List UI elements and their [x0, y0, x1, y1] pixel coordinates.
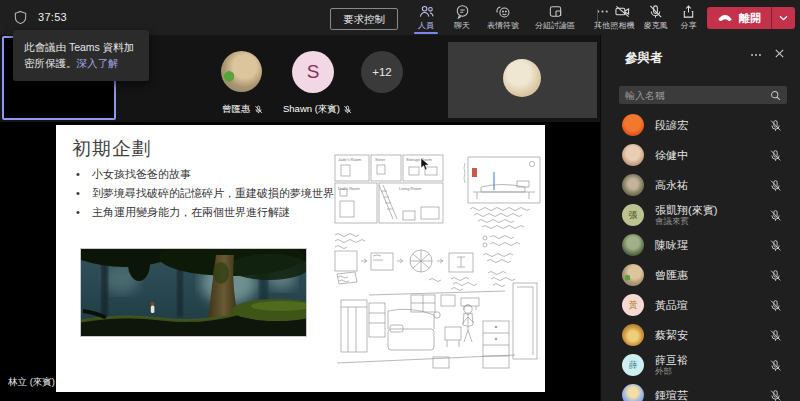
- video-tile[interactable]: [448, 42, 597, 118]
- participant-row[interactable]: 蔡絜安: [601, 320, 800, 350]
- sketch-drawing: Jade's Room Sister Storage Room Dad's Ro…: [333, 143, 543, 388]
- share-label: 分享: [681, 20, 697, 31]
- participant-row[interactable]: 鍾瑄芸: [601, 380, 800, 401]
- leave-options-button[interactable]: [772, 7, 795, 29]
- video-content: [503, 59, 541, 97]
- panel-close-icon[interactable]: [773, 47, 786, 60]
- participant-text: 鍾瑄芸: [655, 389, 769, 401]
- mic-muted-icon: [254, 105, 263, 114]
- participant-row[interactable]: 高永祐: [601, 170, 800, 200]
- tile-name-tag: 曾匯惠: [222, 103, 263, 116]
- search-input[interactable]: [625, 90, 770, 101]
- participant-name: 鍾瑄芸: [655, 389, 769, 401]
- mic-muted-icon: [343, 105, 352, 114]
- toolbar-divider: [597, 9, 598, 27]
- hangup-icon: [717, 14, 733, 22]
- teams-meeting-window: 37:53 要求控制 人員 聊天: [0, 0, 800, 401]
- avatar-initial-letter: S: [307, 61, 320, 83]
- tab-people[interactable]: 人員: [408, 0, 444, 35]
- avatar-initial[interactable]: S: [292, 51, 334, 93]
- mic-muted-icon: [769, 149, 782, 162]
- participant-row[interactable]: 徐健中: [601, 140, 800, 170]
- tab-chat-label: 聊天: [454, 20, 470, 31]
- camera-off-icon: [614, 4, 631, 19]
- mic-off-icon: [648, 4, 663, 19]
- participant-text: 高永祐: [655, 179, 769, 191]
- chevron-down-icon: [779, 15, 788, 21]
- tab-reactions-label: 表情符號: [487, 20, 519, 31]
- mic-muted-icon: [769, 209, 782, 222]
- participant-avatar: [622, 264, 644, 286]
- participant-avatar: [622, 174, 644, 196]
- participant-text: 段諺宏: [655, 119, 769, 131]
- mic-label: 麥克風: [644, 20, 668, 31]
- search-icon: [770, 90, 781, 101]
- participant-name: 薛亘裕: [655, 354, 769, 366]
- tab-people-label: 人員: [418, 20, 434, 31]
- participant-row[interactable]: 曾匯惠: [601, 260, 800, 290]
- participant-row[interactable]: 黃黃品瑄: [601, 290, 800, 320]
- encryption-shield-icon: [13, 10, 28, 25]
- participant-list: 段諺宏徐健中高永祐張張凱翔(來賓)會議來賓陳咏瑆曾匯惠黃黃品瑄蔡絜安薛薛亘裕外部…: [601, 110, 800, 401]
- participant-name: 黃品瑄: [655, 299, 769, 311]
- device-controls: 照相機 麥克風 分享: [606, 0, 705, 35]
- presenter-name-label: 林立 (來賓): [8, 376, 55, 389]
- participant-text: 蔡絜安: [655, 329, 769, 341]
- tile-name: 曾匯惠: [222, 103, 251, 116]
- presentation-slide: 初期企劃 •小女孩找爸爸的故事 •到夢境尋找破碎的記憶碎片，重建破損的夢境世界 …: [56, 125, 545, 392]
- bullet-item: •小女孩找爸爸的故事: [76, 167, 338, 182]
- mic-muted-icon: [769, 179, 782, 192]
- emoji-icon: [495, 4, 511, 19]
- participants-title: 參與者: [625, 50, 663, 67]
- learn-more-link[interactable]: 深入了解: [77, 57, 119, 69]
- people-icon: [418, 4, 435, 19]
- meeting-tab-bar: 人員 聊天 表情符號: [408, 0, 620, 35]
- participant-name: 蔡絜安: [655, 329, 769, 341]
- tab-breakout-rooms[interactable]: 分組討論區: [526, 0, 584, 35]
- participant-role-label: 外部: [655, 366, 769, 376]
- participant-avatar: [622, 324, 644, 346]
- sketch-room-label: Jade's Room: [338, 157, 362, 162]
- overflow-count-badge[interactable]: +12: [361, 51, 403, 93]
- participants-panel: 參與者 段諺宏徐健中高永祐張張凱翔(來賓)會議來賓陳咏瑆曾匯惠黃黃品瑄蔡絜安薛薛…: [600, 35, 800, 401]
- participant-row[interactable]: 張張凱翔(來賓)會議來賓: [601, 200, 800, 230]
- tab-breakout-rooms-label: 分組討論區: [535, 20, 575, 31]
- participant-name: 陳咏瑆: [655, 239, 769, 251]
- participant-text: 曾匯惠: [655, 269, 769, 281]
- camera-toggle[interactable]: 照相機: [606, 0, 639, 35]
- slide-title: 初期企劃: [72, 136, 152, 162]
- share-icon: [681, 4, 696, 19]
- leave-button[interactable]: 離開: [707, 7, 771, 29]
- mic-muted-icon: [769, 389, 782, 401]
- participant-text: 黃品瑄: [655, 299, 769, 311]
- encryption-notice-tooltip: 此會議由 Teams 資料加密所保護。深入了解: [13, 30, 149, 81]
- mic-toggle[interactable]: 麥克風: [639, 0, 672, 35]
- participant-text: 陳咏瑆: [655, 239, 769, 251]
- share-button[interactable]: 分享: [672, 0, 705, 35]
- panel-more-icon[interactable]: [749, 48, 763, 62]
- participant-row[interactable]: 薛薛亘裕外部: [601, 350, 800, 380]
- participant-search[interactable]: [619, 86, 787, 104]
- participant-name: 段諺宏: [655, 119, 769, 131]
- request-control-button[interactable]: 要求控制: [330, 8, 398, 30]
- tab-chat[interactable]: 聊天: [444, 0, 480, 35]
- participant-row[interactable]: 陳咏瑆: [601, 230, 800, 260]
- leave-label: 離開: [739, 11, 761, 26]
- participant-avatar: [622, 234, 644, 256]
- slide-bullets: •小女孩找爸爸的故事 •到夢境尋找破碎的記憶碎片，重建破損的夢境世界 •主角運用…: [76, 167, 338, 224]
- avatar[interactable]: [221, 51, 262, 92]
- tab-reactions[interactable]: 表情符號: [480, 0, 526, 35]
- participant-avatar: [622, 114, 644, 136]
- participant-avatar-initial: 黃: [622, 294, 644, 316]
- bullet-item: •主角運用變身能力，在兩個世界進行解謎: [76, 205, 338, 220]
- participant-text: 張凱翔(來賓)會議來賓: [655, 204, 769, 226]
- sketch-room-label: Dad's Room: [338, 186, 361, 191]
- tile-name: Shawn (來賓): [283, 103, 340, 116]
- mic-muted-icon: [769, 299, 782, 312]
- bullet-dot: •: [76, 186, 82, 201]
- mic-muted-icon: [769, 329, 782, 342]
- shared-screen-stage: 初期企劃 •小女孩找爸爸的故事 •到夢境尋找破碎的記憶碎片，重建破損的夢境世界 …: [0, 122, 600, 401]
- bullet-dot: •: [76, 205, 82, 220]
- chat-icon: [455, 4, 470, 19]
- participant-row[interactable]: 段諺宏: [601, 110, 800, 140]
